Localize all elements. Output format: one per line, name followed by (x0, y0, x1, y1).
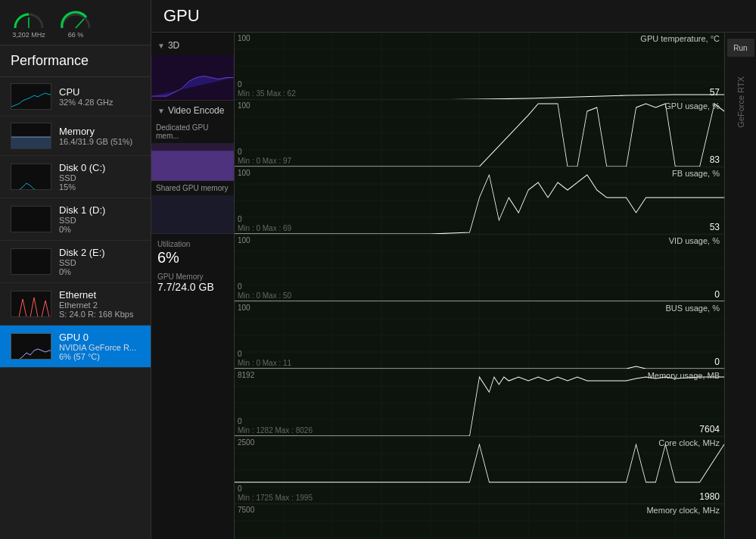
disk1-mini-graph (11, 206, 51, 232)
chevron-3d-icon: ▼ (157, 42, 165, 50)
memory-mini-graph (11, 123, 51, 149)
svg-rect-2 (11, 137, 51, 149)
chart-label-core_clock: Core clock, MHz (658, 438, 720, 447)
gpu-memory-value: 7.7/24.0 GB (157, 281, 228, 293)
speed-gauge (12, 7, 45, 31)
ethernet-info: Ethernet Ethernet 2 S: 24.0 R: 168 Kbps (59, 289, 140, 319)
disk1-sub2: 0% (59, 225, 140, 234)
dedicated-gpu-mem-label: Dedicated GPU mem... (151, 120, 234, 143)
chart-ymax-gpu_usage: 100 (238, 101, 250, 110)
gpu0-name: GPU 0 (59, 332, 140, 343)
cpu-sub: 32% 4.28 GHz (59, 98, 140, 107)
dedicated-gpu-mem-graph (151, 143, 234, 181)
chart-area-memory_usage: Memory usage, MB819207604Min : 1282 Max … (235, 369, 724, 436)
brand-text: GeForce RTX (736, 76, 745, 128)
sidebar-item-memory[interactable]: Memory 16.4/31.9 GB (51%) (0, 117, 151, 156)
chart-ymax-bus_usage: 100 (238, 304, 250, 312)
stats-section: Utilization 6% GPU Memory 7.7/24.0 GB (151, 233, 234, 299)
ethernet-name: Ethernet (59, 289, 140, 301)
shared-gpu-mem-graph (151, 195, 234, 233)
svg-rect-5 (151, 151, 234, 181)
charts-panel: GPU temperature, °C100057Min : 35 Max : … (235, 33, 724, 539)
memory-sub: 16.4/31.9 GB (51%) (59, 137, 140, 146)
chart-meta-vid_usage: Min : 0 Max : 50 (238, 291, 291, 300)
chart-ymin-vid_usage: 0 (238, 282, 242, 291)
sidebar-item-cpu[interactable]: CPU 32% 4.28 GHz (0, 77, 151, 117)
chart-svg-gpu_usage (235, 100, 724, 167)
chart-ymax-gpu_temp: 100 (238, 34, 250, 42)
chart-row-vid_usage: VID usage, %10000Min : 0 Max : 50 (235, 235, 724, 302)
main-header: GPU (151, 0, 756, 33)
chart-area-gpu_usage: GPU usage, %100083Min : 0 Max : 97 (235, 100, 724, 167)
chart-ymin-gpu_temp: 0 (238, 80, 242, 89)
section-video-label: Video Encode (168, 105, 225, 116)
gpu-memory-group: GPU Memory 7.7/24.0 GB (157, 273, 228, 293)
sidebar-list: CPU 32% 4.28 GHz Memory 16.4/31.9 GB (51… (0, 77, 151, 539)
disk2-name: Disk 2 (E:) (59, 247, 140, 258)
svg-line-1 (76, 19, 84, 28)
chart-current-gpu_temp: 57 (710, 87, 720, 98)
disk1-name: Disk 1 (D:) (59, 204, 140, 216)
chart-ymin-fb_usage: 0 (238, 215, 242, 223)
main-body: ▼ 3D ▼ Video Encode Dedicated GPU mem... (151, 33, 756, 539)
chart-ymax-memory_usage: 8192 (238, 371, 254, 379)
disk2-info: Disk 2 (E:) SSD 0% (59, 247, 140, 276)
chart-label-gpu_temp: GPU temperature, °C (640, 34, 720, 43)
disk0-mini-graph (11, 164, 51, 190)
chart-area-memory_clock: Memory clock, MHz750006801Min : 6801 Max… (235, 504, 724, 539)
chart-label-gpu_usage: GPU usage, % (664, 101, 720, 111)
chart-label-memory_clock: Memory clock, MHz (646, 506, 720, 515)
chevron-video-icon: ▼ (157, 107, 165, 115)
chart-ymax-vid_usage: 100 (238, 236, 250, 245)
chart-area-fb_usage: FB usage, %100053Min : 0 Max : 69 (235, 167, 724, 234)
disk1-info: Disk 1 (D:) SSD 0% (59, 204, 140, 234)
section-3d-header[interactable]: ▼ 3D (151, 36, 234, 55)
middle-panel: ▼ 3D ▼ Video Encode Dedicated GPU mem... (151, 33, 235, 539)
chart-label-fb_usage: FB usage, % (672, 169, 720, 178)
disk0-sub2: 15% (59, 182, 140, 192)
chart-ymax-core_clock: 2500 (238, 438, 254, 447)
chart-row-bus_usage: BUS usage, %10000Min : 0 Max : 11 (235, 302, 724, 369)
gpu-memory-label: GPU Memory (157, 273, 228, 281)
svg-rect-6 (151, 195, 234, 233)
utilization-value: 6% (157, 248, 228, 266)
chart-ymin-gpu_usage: 0 (238, 148, 242, 156)
chart-meta-bus_usage: Min : 0 Max : 11 (238, 359, 291, 367)
run-button[interactable]: Run (727, 39, 754, 57)
chart-area-gpu_temp: GPU temperature, °C100057Min : 35 Max : … (235, 33, 724, 99)
chart-ymin-core_clock: 0 (238, 484, 242, 493)
chart-current-gpu_usage: 83 (710, 154, 720, 165)
chart-row-memory_clock: Memory clock, MHz750006801Min : 6801 Max… (235, 504, 724, 539)
sidebar-item-disk1[interactable]: Disk 1 (D:) SSD 0% (0, 198, 151, 241)
ethernet-mini-graph (11, 291, 51, 317)
chart-label-bus_usage: BUS usage, % (665, 304, 720, 313)
chart-current-vid_usage: 0 (714, 289, 720, 300)
chart-ymin-memory_usage: 0 (238, 417, 242, 425)
cpu-info: CPU 32% 4.28 GHz (59, 86, 140, 107)
sidebar-item-disk0[interactable]: Disk 0 (C:) SSD 15% (0, 156, 151, 198)
sidebar-item-ethernet[interactable]: Ethernet Ethernet 2 S: 24.0 R: 168 Kbps (0, 283, 151, 326)
right-side-panel: Run GeForce RTX (724, 33, 756, 539)
ethernet-sub2: S: 24.0 R: 168 Kbps (59, 310, 140, 319)
svg-rect-3 (151, 55, 233, 100)
shared-gpu-mem-label: Shared GPU memory (151, 181, 234, 195)
gpu0-mini-graph (11, 333, 51, 360)
sidebar-item-disk2[interactable]: Disk 2 (E:) SSD 0% (0, 241, 151, 283)
chart-ymin-bus_usage: 0 (238, 350, 242, 358)
chart-meta-gpu_temp: Min : 35 Max : 62 (238, 89, 296, 98)
section-video-encode-header[interactable]: ▼ Video Encode (151, 101, 234, 120)
chart-meta-core_clock: Min : 1725 Max : 1995 (238, 494, 313, 502)
memory-name: Memory (59, 126, 140, 137)
chart-ymax-memory_clock: 7500 (238, 506, 254, 514)
gpu0-sub1: NVIDIA GeForce R... (59, 343, 140, 352)
disk2-sub2: 0% (59, 267, 140, 276)
disk1-sub1: SSD (59, 216, 140, 225)
chart-current-bus_usage: 0 (714, 357, 720, 367)
chart-row-gpu_usage: GPU usage, %100083Min : 0 Max : 97 (235, 100, 724, 167)
chart-current-core_clock: 1980 (699, 491, 720, 502)
chart-row-fb_usage: FB usage, %100053Min : 0 Max : 69 (235, 167, 724, 235)
chart-svg-fb_usage (235, 167, 724, 234)
disk2-mini-graph (11, 248, 51, 275)
chart-ymax-fb_usage: 100 (238, 169, 250, 177)
sidebar-item-gpu0[interactable]: GPU 0 NVIDIA GeForce R... 6% (57 °C) (0, 326, 151, 368)
